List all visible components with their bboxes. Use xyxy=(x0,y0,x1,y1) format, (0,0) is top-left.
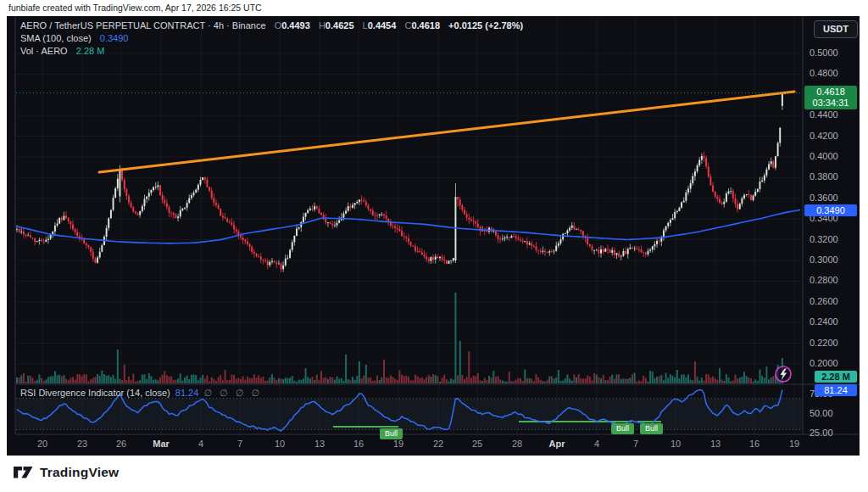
time-axis-label: 19 xyxy=(393,439,403,449)
time-axis-label: 13 xyxy=(314,439,325,449)
chart-legend: AERO / TetherUS PERPETUAL CONTRACT · 4h … xyxy=(20,20,523,58)
symbol-legend-row[interactable]: AERO / TetherUS PERPETUAL CONTRACT · 4h … xyxy=(20,20,523,32)
last-price-value: 0.4618 xyxy=(804,87,857,98)
time-axis-label: Mar xyxy=(153,439,170,449)
price-axis-label: 0.2200 xyxy=(810,338,838,348)
time-axis-label: 4 xyxy=(594,439,599,449)
creator-note: funbiafe created with TradingView.com, A… xyxy=(0,0,868,16)
last-price-badge: 0.4618 03:34:31 xyxy=(804,86,857,109)
rsi-value: 81.24 xyxy=(175,388,199,398)
chart-area[interactable]: AERO / TetherUS PERPETUAL CONTRACT · 4h … xyxy=(7,16,860,456)
price-axis-label: 0.2600 xyxy=(810,296,838,306)
change-value: +0.0125 (+2.78%) xyxy=(448,20,523,31)
rsi-pane xyxy=(16,399,803,430)
price-axis-label: 0.2800 xyxy=(810,275,838,285)
rsi-flags: ∅ ∅ ∅ ∅ xyxy=(203,388,262,398)
high-label: H xyxy=(319,20,326,31)
symbol-title: AERO / TetherUS PERPETUAL CONTRACT · 4h … xyxy=(20,20,266,31)
time-axis-label: 7 xyxy=(237,439,242,449)
trendline[interactable] xyxy=(99,92,794,172)
sma-legend-row[interactable]: SMA (100, close) 0.3490 xyxy=(20,32,523,45)
time-axis-label: 22 xyxy=(433,439,443,449)
price-axis-label: 0.3000 xyxy=(810,254,838,265)
tradingview-logo-text: TradingView xyxy=(40,465,119,480)
time-axis-label: 26 xyxy=(116,439,126,449)
bull-signal-badge: Bull xyxy=(640,423,663,434)
price-axis-label: 0.4200 xyxy=(810,131,838,141)
boost-icon[interactable] xyxy=(776,366,791,382)
time-axis-label: 19 xyxy=(789,439,799,449)
price-axis-label: 0.4400 xyxy=(810,109,838,120)
rsi-axis-label: 50.00 xyxy=(810,408,833,418)
price-axis-label: 0.3200 xyxy=(810,234,838,244)
price-axis-label: 0.3600 xyxy=(810,193,838,203)
volume-label: Vol · AERO xyxy=(20,46,68,56)
bull-signal-badge: Bull xyxy=(611,423,634,434)
time-axis-label: 13 xyxy=(710,439,721,449)
volume-value: 2.28 M xyxy=(76,46,105,56)
sma-price-badge: 0.3490 xyxy=(804,204,857,216)
time-axis-label: 10 xyxy=(275,439,285,449)
rsi-value-badge: 81.24 xyxy=(815,384,857,396)
sma-label: SMA (100, close) xyxy=(20,33,92,43)
volume-series xyxy=(16,293,783,383)
high-value: 0.4625 xyxy=(326,20,354,31)
volume-legend-row[interactable]: Vol · AERO 2.28 M xyxy=(20,45,523,58)
candlestick-series xyxy=(16,92,783,272)
time-axis-label: 16 xyxy=(749,439,760,449)
time-axis[interactable]: 202326Mar4710131619222528Apr4710131619 xyxy=(7,434,860,456)
grid xyxy=(16,16,803,434)
bull-signal-badge: Bull xyxy=(380,428,403,439)
time-axis-label: 25 xyxy=(472,439,482,449)
price-axis-label: 0.5000 xyxy=(810,48,838,58)
time-axis-label: 10 xyxy=(670,439,681,449)
rsi-label: RSI Divergence Indicator (14, close) xyxy=(20,388,170,398)
open-label: O xyxy=(275,20,282,31)
bar-countdown: 03:34:31 xyxy=(804,98,857,109)
price-axis-label: 0.3800 xyxy=(810,171,838,182)
price-axis-label: 0.4000 xyxy=(810,151,838,161)
volume-badge: 2.28 M xyxy=(815,371,857,383)
footer: TradingView xyxy=(0,456,868,492)
close-value: 0.4618 xyxy=(411,20,440,31)
price-axis[interactable]: 0.4618 03:34:31 0.3490 2.28 M 81.24 0.50… xyxy=(803,16,860,434)
time-axis-label: 20 xyxy=(37,439,47,449)
rsi-indicator-legend[interactable]: RSI Divergence Indicator (14, close) 81.… xyxy=(20,388,262,399)
time-axis-label: 28 xyxy=(512,439,522,449)
price-axis-label: 0.4800 xyxy=(810,68,838,78)
time-axis-label: 16 xyxy=(353,439,364,449)
time-axis-label: Apr xyxy=(549,439,565,449)
tradingview-snapshot: funbiafe created with TradingView.com, A… xyxy=(0,0,868,492)
time-axis-label: 23 xyxy=(77,439,87,449)
tradingview-logo-icon xyxy=(14,465,34,480)
time-axis-label: 4 xyxy=(198,439,203,449)
price-axis-label: 0.2000 xyxy=(810,358,838,368)
open-value: 0.4493 xyxy=(281,20,310,31)
low-value: 0.4454 xyxy=(368,20,397,31)
tradingview-logo[interactable]: TradingView xyxy=(14,465,119,480)
price-axis-label: 0.2400 xyxy=(810,316,838,327)
currency-toggle-button[interactable]: USDT xyxy=(814,20,858,38)
sma-value: 0.3490 xyxy=(100,33,129,43)
time-axis-label: 7 xyxy=(633,439,638,449)
